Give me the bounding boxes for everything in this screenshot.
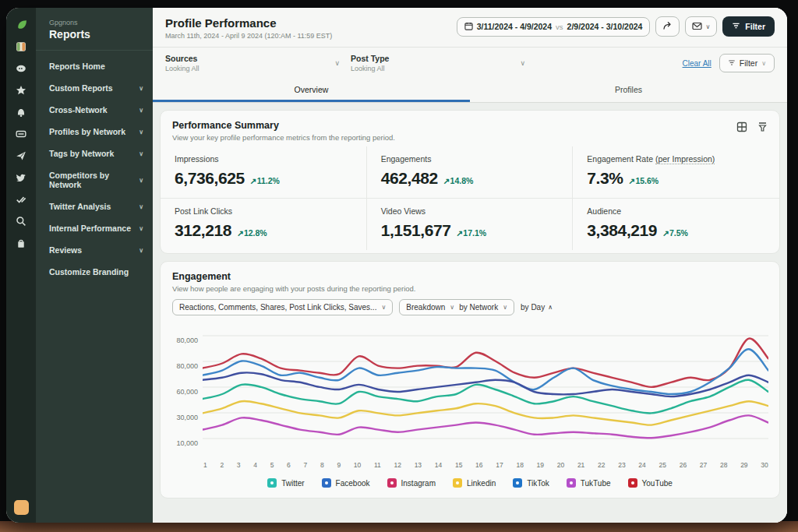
metric-delta: 7.5% <box>669 228 688 238</box>
metric-value: 462,482 <box>381 169 438 188</box>
sprout-leaf-logo[interactable] <box>16 19 27 30</box>
engagement-chart <box>203 325 768 457</box>
performance-summary-card: Performance Summary View your key profil… <box>160 110 780 254</box>
workspace-name: Gpgnons <box>36 19 153 28</box>
tab-overview[interactable]: Overview <box>153 79 470 102</box>
x-axis-labels: 1234567891011121314151617181920212223242… <box>203 457 768 469</box>
metric-select-dropdown[interactable]: Reactions, Comments, Shares, Post Link C… <box>172 299 393 315</box>
sidebar-item-customize-branding[interactable]: Customize Branding∨ <box>36 261 153 283</box>
shop-bag-icon[interactable] <box>16 237 27 248</box>
engagement-title: Engagement <box>172 271 415 282</box>
share-button[interactable] <box>655 16 680 37</box>
chevron-down-icon: ∨ <box>139 203 143 210</box>
chevron-down-icon: ∨ <box>139 107 143 114</box>
metric-video-views: Video Views 1,151,677↗17.1% <box>367 198 574 250</box>
filter-lines-icon <box>732 22 740 31</box>
sources-dropdown[interactable]: Sources Looking All ∨ <box>165 54 351 72</box>
chevron-down-icon: ∨ <box>761 60 766 67</box>
calendar-icon <box>464 22 473 32</box>
tags-check-icon[interactable] <box>16 193 27 205</box>
main-panel: Profile Performance March 11th, 2024 - A… <box>153 8 787 523</box>
metric-delta: 11.2% <box>257 176 280 185</box>
inbox-icon[interactable] <box>16 62 27 74</box>
chart-legend: Twitter Facebook Instagram Linkedin TikT… <box>161 469 779 498</box>
twitter-bird-icon[interactable] <box>16 171 27 183</box>
performance-summary-title: Performance Summary <box>172 120 395 131</box>
search-icon[interactable] <box>16 215 27 227</box>
app-window: Gpgnons Reports Reports Home∨ Custom Rep… <box>6 8 787 523</box>
chevron-down-icon: ∨ <box>139 177 143 184</box>
sidebar-item-profiles-by-network[interactable]: Profiles by Network∨ <box>36 121 153 143</box>
trend-up-icon: ↗ <box>662 228 669 238</box>
chevron-down-icon: ∨ <box>520 59 525 67</box>
trend-up-icon: ↗ <box>250 176 257 185</box>
sidebar-item-reviews[interactable]: Reviews∨ <box>36 239 153 261</box>
sidebar-item-custom-reports[interactable]: Custom Reports∨ <box>36 77 153 99</box>
tab-bar: Overview Profiles <box>153 79 787 103</box>
page-subtitle: March 11th, 2024 - April 9 2024 (120:AM … <box>165 32 332 40</box>
chevron-down-icon: ∨ <box>381 304 386 311</box>
post-type-dropdown[interactable]: Post Type Looking All ∨ <box>351 54 536 72</box>
metric-delta: 17.1% <box>463 228 486 238</box>
filter-secondary-button[interactable]: Filter ∨ <box>719 54 775 72</box>
metric-engagement-rate: Engagement Rate (per Impression) 7.3%↗15… <box>573 146 779 198</box>
clear-all-link[interactable]: Clear All <box>683 59 711 68</box>
publishing-card-icon[interactable] <box>16 128 27 139</box>
metrics-grid: Impressions 6,736,625↗11.2% Engagements … <box>161 146 779 253</box>
chevron-up-icon: ∧ <box>548 304 553 311</box>
metric-value: 312,218 <box>175 221 231 240</box>
metric-value: 1,151,677 <box>381 221 451 240</box>
interval-toggle[interactable]: by Day ∧ <box>521 303 553 312</box>
metric-impressions: Impressions 6,736,625↗11.2% <box>161 146 367 198</box>
sidebar-item-reports-home[interactable]: Reports Home∨ <box>36 55 153 77</box>
date-range-vs: vs <box>556 23 563 31</box>
legend-item-facebook[interactable]: Facebook <box>322 478 370 488</box>
user-avatar[interactable] <box>14 500 29 515</box>
report-content: Performance Summary View your key profil… <box>153 103 787 523</box>
funnel-filter-icon[interactable] <box>757 122 768 136</box>
post-type-value: Looking All <box>351 65 389 72</box>
trend-up-icon: ↗ <box>237 228 244 238</box>
email-report-button[interactable]: ∨ <box>685 16 717 37</box>
sidebar-item-cross-network[interactable]: Cross-Network∨ <box>36 99 153 121</box>
date-range-picker[interactable]: 3/11/2024 - 4/9/2024 vs 2/9/2024 - 3/10/… <box>457 17 651 37</box>
performance-summary-subtitle: View your key profile performance metric… <box>172 133 395 142</box>
desk-background <box>0 521 798 532</box>
y-axis-labels: 80,00080,00060,00030,00010,000 <box>168 325 203 469</box>
notifications-bell-icon[interactable] <box>16 106 27 118</box>
legend-item-instagram[interactable]: Instagram <box>387 478 436 488</box>
table-view-icon[interactable] <box>736 122 747 136</box>
sidebar: Gpgnons Reports Reports Home∨ Custom Rep… <box>36 8 153 523</box>
favorites-star-icon[interactable] <box>16 84 27 96</box>
legend-swatch <box>513 478 522 488</box>
legend-item-tiktok[interactable]: TikTok <box>513 478 549 488</box>
legend-item-tuktube[interactable]: TukTube <box>567 478 611 488</box>
engagement-chart-area: 80,00080,00060,00030,00010,000 123456789… <box>161 320 779 469</box>
legend-item-youtube[interactable]: YouTube <box>628 478 673 488</box>
sidebar-item-internal-performance[interactable]: Internal Performance∨ <box>36 217 153 239</box>
sidebar-item-competitors-by-network[interactable]: Competitors by Network∨ <box>36 164 153 196</box>
sidebar-title: Reports <box>36 28 153 50</box>
sidebar-divider <box>36 50 153 51</box>
filter-button[interactable]: Filter <box>722 16 775 37</box>
chevron-down-icon: ∨ <box>139 85 143 92</box>
metric-value: 6,736,625 <box>175 169 245 188</box>
filter-lines-icon <box>728 58 736 68</box>
sidebar-item-twitter-analysis[interactable]: Twitter Analysis∨ <box>36 196 153 217</box>
tab-profiles[interactable]: Profiles <box>470 79 787 102</box>
breakdown-dropdown[interactable]: Breakdown ∨ by Network ∨ <box>399 299 514 315</box>
send-plane-icon[interactable] <box>16 150 27 161</box>
metric-value: 3,384,219 <box>587 221 657 240</box>
icon-rail <box>6 8 36 523</box>
filter-bar: Sources Looking All ∨ Post Type Looking … <box>153 48 787 79</box>
page-title: Profile Performance <box>165 16 332 30</box>
legend-swatch <box>453 478 462 488</box>
legend-item-linkedin[interactable]: Linkedin <box>453 478 496 488</box>
engagement-controls: Reactions, Comments, Shares, Post Link C… <box>161 298 779 320</box>
legend-swatch <box>267 478 277 488</box>
sources-value: Looking All <box>165 65 200 72</box>
sidebar-item-tags-by-network[interactable]: Tags by Network∨ <box>36 143 153 164</box>
date-range-primary: 3/11/2024 - 4/9/2024 <box>477 22 552 31</box>
legend-item-twitter[interactable]: Twitter <box>267 478 304 488</box>
workspace-switcher-icon[interactable] <box>16 41 27 52</box>
